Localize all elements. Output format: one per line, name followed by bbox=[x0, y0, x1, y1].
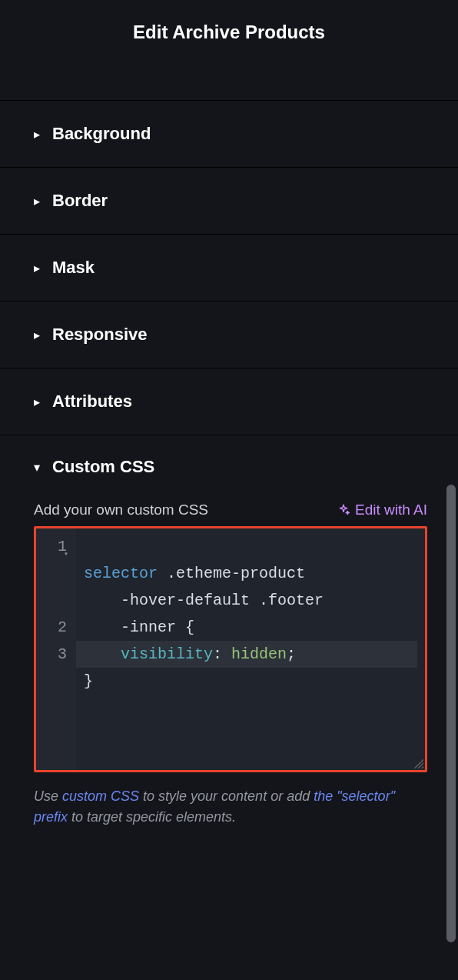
panel-label: Attributes bbox=[52, 392, 132, 412]
chevron-right-icon bbox=[34, 127, 40, 142]
sparkle-icon bbox=[337, 503, 350, 517]
panel-background[interactable]: Background bbox=[0, 100, 458, 167]
edit-with-ai-button[interactable]: Edit with AI bbox=[337, 502, 427, 518]
fold-icon[interactable]: ▾ bbox=[64, 541, 68, 568]
page-title: Edit Archive Products bbox=[0, 22, 458, 43]
custom-css-hint: Add your own custom CSS bbox=[34, 502, 208, 518]
panel-custom-css-header[interactable]: Custom CSS bbox=[34, 457, 427, 477]
chevron-down-icon bbox=[34, 460, 40, 475]
svg-line-2 bbox=[422, 767, 423, 768]
panel-header: Edit Archive Products bbox=[0, 0, 458, 51]
chevron-right-icon bbox=[34, 395, 40, 409]
editor-code[interactable]: selector .etheme-product -hover-default … bbox=[76, 528, 425, 770]
panel-responsive[interactable]: Responsive bbox=[0, 301, 458, 368]
panel-mask[interactable]: Mask bbox=[0, 234, 458, 301]
scrollbar-thumb[interactable] bbox=[446, 485, 456, 942]
panel-attributes[interactable]: Attributes bbox=[0, 368, 458, 435]
panel-label: Background bbox=[52, 124, 151, 144]
panel-custom-css: Custom CSS Add your own custom CSS Edit … bbox=[0, 435, 458, 849]
panel-label: Custom CSS bbox=[52, 457, 154, 477]
panel-label: Border bbox=[52, 191, 108, 211]
chevron-right-icon bbox=[34, 194, 40, 208]
edit-with-ai-label: Edit with AI bbox=[355, 502, 427, 518]
custom-css-hint-row: Add your own custom CSS Edit with AI bbox=[34, 502, 427, 518]
editor-gutter: 1▾ 2 3 bbox=[36, 528, 76, 770]
panel-border[interactable]: Border bbox=[0, 167, 458, 234]
accordion-panels: Background Border Mask Responsive Attrib… bbox=[0, 100, 458, 849]
chevron-right-icon bbox=[34, 261, 40, 275]
custom-css-link[interactable]: custom CSS bbox=[62, 788, 139, 804]
panel-label: Mask bbox=[52, 258, 95, 278]
scrollbar-track[interactable] bbox=[444, 485, 458, 980]
css-editor-highlight: 1▾ 2 3 selector .etheme-product -hover-d… bbox=[34, 526, 427, 772]
resize-handle[interactable] bbox=[413, 758, 423, 768]
chevron-right-icon bbox=[34, 328, 40, 342]
panel-label: Responsive bbox=[52, 325, 148, 345]
custom-css-footer-hint: Use custom CSS to style your content or … bbox=[34, 786, 427, 828]
css-editor[interactable]: 1▾ 2 3 selector .etheme-product -hover-d… bbox=[36, 528, 425, 770]
